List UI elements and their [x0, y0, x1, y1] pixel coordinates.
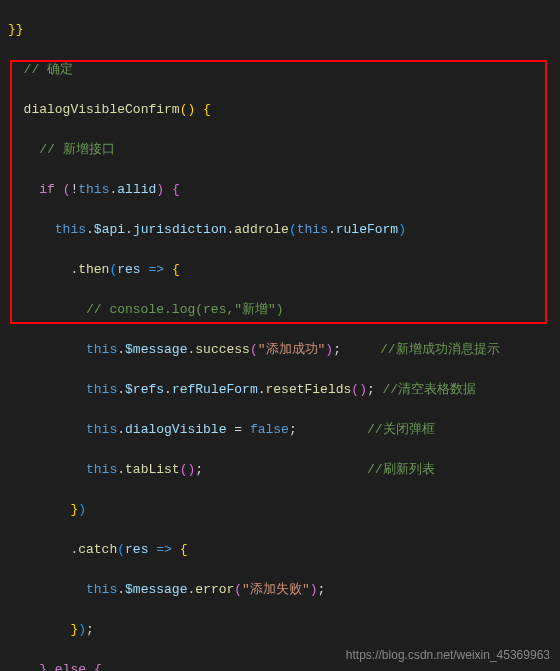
code-line: this.tabList(); //刷新列表	[8, 460, 560, 480]
code-line: .then(res => {	[8, 260, 560, 280]
code-line: this.$message.success("添加成功"); //新增成功消息提…	[8, 340, 560, 360]
code-line: })	[8, 500, 560, 520]
code-line: // 新增接口	[8, 140, 560, 160]
code-line: .catch(res => {	[8, 540, 560, 560]
code-line: this.dialogVisible = false; //关闭弹框	[8, 420, 560, 440]
code-line: // console.log(res,"新增")	[8, 300, 560, 320]
code-line: this.$refs.refRuleForm.resetFields(); //…	[8, 380, 560, 400]
code-line: // 确定	[8, 60, 560, 80]
code-editor[interactable]: }} // 确定 dialogVisibleConfirm() { // 新增接…	[0, 0, 560, 671]
code-line: if (!this.allid) {	[8, 180, 560, 200]
code-line: });	[8, 620, 560, 640]
code-line: dialogVisibleConfirm() {	[8, 100, 560, 120]
code-line: }}	[8, 20, 560, 40]
watermark-text: https://blog.csdn.net/weixin_45369963	[346, 645, 550, 665]
code-line: this.$message.error("添加失败");	[8, 580, 560, 600]
code-line: this.$api.jurisdiction.addrole(this.rule…	[8, 220, 560, 240]
